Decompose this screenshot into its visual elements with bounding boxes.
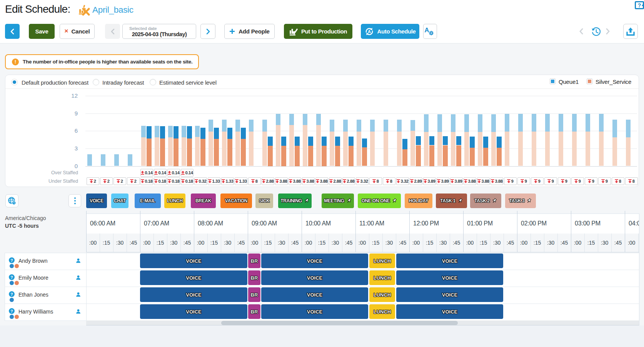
svg-text:A: A (368, 29, 371, 34)
